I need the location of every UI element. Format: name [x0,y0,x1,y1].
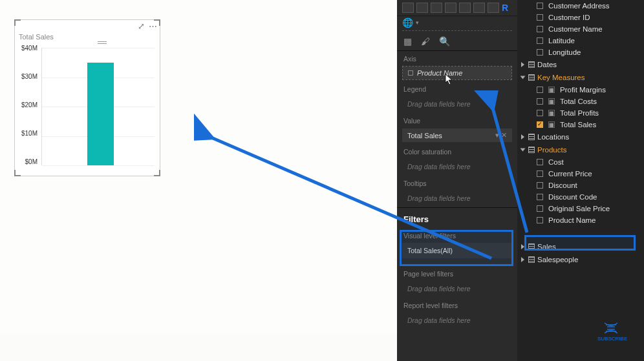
field-row[interactable]: ▦Total Sales [517,119,644,130]
field-checkbox-icon [408,70,413,76]
mouse-cursor-icon [445,74,454,85]
field-checkbox[interactable] [537,194,543,200]
field-name: Longitude [548,48,581,56]
plot-region [41,48,155,165]
tooltips-well[interactable]: Drag data fields here [402,191,512,206]
report-canvas[interactable]: ⤢ ⋯ Total Sales $40M $30M $20M $10M $0M [0,0,397,361]
focus-mode-icon[interactable]: ⤢ [138,21,145,31]
field-row[interactable]: ▦Total Costs [517,96,644,107]
table-products[interactable]: Products [517,143,644,156]
field-row[interactable]: ▦Profit Margins [517,84,644,96]
field-checkbox[interactable] [537,159,543,165]
field-checkbox[interactable] [537,170,543,177]
drag-handle-icon[interactable] [98,41,107,44]
y-tick: $30M [19,73,39,80]
field-row[interactable]: Original Sale Price [517,203,644,214]
field-row[interactable]: ▦Total Profits [517,107,644,119]
report-filters-label: Report level filters [397,298,517,311]
viz-type-icon[interactable] [473,3,485,13]
field-name: Discount [548,181,577,189]
field-checkbox[interactable] [537,37,543,44]
field-name: Customer ID [548,14,590,21]
format-tab-icon[interactable]: 🖌 [421,36,430,46]
field-checkbox[interactable] [537,110,543,116]
axis-well[interactable]: Product Name [402,66,512,80]
filters-header: Filters [397,207,517,228]
field-name: Cost [548,158,564,166]
field-row[interactable]: Cost [517,156,644,168]
field-checkbox[interactable] [537,3,543,9]
legend-well[interactable]: Drag data fields here [402,96,512,112]
field-name: Current Price [548,170,592,178]
analytics-tab-icon[interactable]: 🔍 [439,36,450,46]
field-checkbox[interactable] [537,98,543,105]
r-visual-icon[interactable]: R [502,3,508,13]
field-checkbox[interactable] [537,182,543,189]
field-checkbox[interactable] [537,26,543,32]
fields-tab-icon[interactable]: ▦ [403,36,412,46]
field-name: Profit Margins [560,86,606,94]
table-key-measures[interactable]: Key Measures [517,71,644,84]
visualizations-pane[interactable]: R 🌐 ▾ ▦ 🖌 🔍 Axis Product Name Legend Dra… [397,0,517,361]
field-checkbox[interactable] [537,121,543,128]
pane-tabs[interactable]: ▦ 🖌 🔍 [397,32,517,51]
field-name: Total Costs [560,98,597,105]
report-filters-well[interactable]: Drag data fields here [402,313,512,328]
visual-filter-total-sales[interactable]: Total Sales(All) [402,243,512,258]
y-axis: $40M $30M $20M $10M $0M [19,45,39,165]
subscribe-label: SUBSCRIBE [597,336,627,342]
y-tick: $0M [19,158,39,165]
field-row[interactable]: Discount Code [517,191,644,203]
value-field-total-sales[interactable]: Total Sales ▾ ✕ [402,129,512,142]
field-row[interactable]: Customer ID [517,12,644,23]
field-row[interactable]: Latitude [517,35,644,46]
table-label: Dates [537,61,557,68]
legend-well-label: Legend [397,81,517,95]
viz-type-icon[interactable] [445,3,456,13]
viz-type-icon[interactable] [431,3,442,13]
field-checkbox[interactable] [537,14,543,21]
data-bar[interactable] [87,63,114,165]
field-row[interactable]: Current Price [517,168,644,180]
viz-type-icon[interactable] [402,3,414,13]
resize-handle-tl[interactable] [14,19,21,26]
field-checkbox[interactable] [537,49,543,56]
field-row[interactable]: Product Name [517,214,644,226]
table-dates[interactable]: Dates [517,58,644,71]
subscribe-badge[interactable]: SUBSCRIBE [597,322,625,342]
field-checkbox[interactable] [537,217,543,223]
viz-type-icon[interactable] [416,3,428,13]
field-row[interactable]: Longitude [517,46,644,58]
chart-plot-area: $40M $30M $20M $10M $0M [19,45,156,172]
field-name: Original Sale Price [548,205,610,212]
arcgis-visual-icon[interactable]: 🌐 ▾ [397,16,517,29]
table-locations[interactable]: Locations [517,130,644,143]
viz-type-icon[interactable] [459,3,471,13]
field-row[interactable]: Customer Name [517,23,644,35]
field-remove-icon[interactable]: ▾ ✕ [495,131,507,139]
field-row[interactable]: Customer Address [517,0,644,12]
measure-icon: ▦ [548,98,555,105]
measure-icon: ▦ [548,110,555,116]
more-options-icon[interactable]: ⋯ [149,21,157,31]
bar-chart-visual[interactable]: ⤢ ⋯ Total Sales $40M $30M $20M $10M $0M [14,19,160,176]
table-salespeople[interactable]: Salespeople [517,253,644,266]
axis-field-product-name[interactable]: Product Name [403,67,511,79]
field-label: Total Sales [407,132,442,139]
viz-type-icon[interactable] [488,3,499,13]
field-name: Discount Code [548,193,597,201]
measure-icon: ▦ [548,87,555,93]
fields-pane[interactable]: Customer AddressCustomer IDCustomer Name… [517,0,644,361]
field-name: Product Name [548,216,596,224]
field-checkbox[interactable] [537,205,543,212]
table-sales[interactable]: Sales [517,240,644,253]
page-filters-label: Page level filters [397,266,517,280]
table-label: Sales [537,243,556,251]
field-row[interactable]: Discount [517,180,644,191]
page-filters-well[interactable]: Drag data fields here [402,281,512,296]
color-well[interactable]: Drag data fields here [402,159,512,174]
table-label: Salespeople [537,256,578,263]
viz-gallery[interactable]: R [397,0,517,16]
field-checkbox[interactable] [537,87,543,93]
field-name: Total Sales [560,121,596,129]
